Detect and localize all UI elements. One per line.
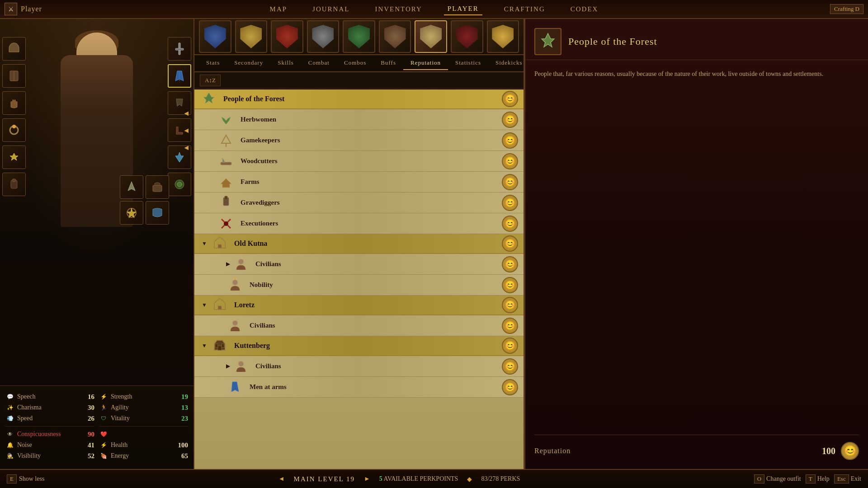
rep-item-farms[interactable]: Farms 😊 bbox=[194, 172, 524, 192]
tab-combos[interactable]: Combos bbox=[337, 56, 373, 70]
old-kutna-collapse[interactable]: ▼ bbox=[200, 239, 209, 248]
combat-shield bbox=[312, 25, 334, 48]
rep-item-old-kutna[interactable]: ▼ Old Kutna 😊 bbox=[194, 234, 524, 254]
equip-slot-gloves[interactable] bbox=[2, 91, 26, 115]
nav-codex[interactable]: CODEX bbox=[567, 4, 602, 15]
rep-item-nobility[interactable]: Nobility 😊 bbox=[194, 275, 524, 296]
rep-item-people-forest[interactable]: People of the Forest 😊 bbox=[194, 89, 524, 109]
tab-icon-reputation[interactable] bbox=[415, 20, 447, 53]
nav-player[interactable]: PLAYER bbox=[444, 3, 482, 15]
nav-crafting[interactable]: CRAFTING bbox=[500, 4, 549, 15]
health-icon: ❤️ bbox=[99, 430, 108, 439]
detail-rep-value: 100 bbox=[822, 446, 835, 456]
nav-map[interactable]: MAP bbox=[266, 4, 291, 15]
tab-skills[interactable]: Skills bbox=[270, 56, 301, 70]
level-arrow-left[interactable]: ◄ bbox=[278, 475, 285, 483]
equip-slots-left bbox=[2, 37, 26, 196]
rep-item-men-at-arms[interactable]: Men at arms 😊 bbox=[194, 377, 524, 398]
reputation-list[interactable]: People of the Forest 😊 Herbwomen 😊 Gamek… bbox=[194, 89, 524, 469]
rep-item-gamekeepers[interactable]: Gamekeepers 😊 bbox=[194, 130, 524, 151]
level-arrow-right[interactable]: ► bbox=[364, 475, 370, 483]
equip-slot-grid-4[interactable] bbox=[146, 201, 169, 225]
bottom-left-actions: E Show less bbox=[7, 474, 44, 483]
tab-icon-stats[interactable] bbox=[199, 20, 231, 53]
nav-inventory[interactable]: INVENTORY bbox=[371, 4, 425, 15]
statistics-shield bbox=[456, 25, 478, 48]
stats-right-col: ⚡ Strength 19 🏃 Agility 13 🛡 Vitality 23… bbox=[99, 391, 188, 461]
equip-slot-grid-2[interactable] bbox=[146, 175, 169, 199]
tab-icon-combos[interactable] bbox=[343, 20, 375, 53]
tab-icon-buffs[interactable] bbox=[379, 20, 411, 53]
stat-agility: 🏃 Agility 13 bbox=[99, 402, 188, 413]
equip-slot-weapon-main[interactable] bbox=[168, 37, 191, 61]
tab-secondary[interactable]: Secondary bbox=[227, 56, 270, 70]
civilians-kutt-icon bbox=[232, 357, 250, 375]
loretz-collapse[interactable]: ▼ bbox=[200, 300, 209, 310]
rep-item-civilians-kutt[interactable]: ▶ Civilians 😊 bbox=[194, 356, 524, 377]
rep-item-kuttenberg[interactable]: ▼ Kuttenberg 😊 bbox=[194, 336, 524, 356]
vitality-label: Vitality bbox=[111, 415, 175, 422]
civilians-loretz-name: Civilians bbox=[250, 322, 502, 329]
rep-item-gravediggers[interactable]: Gravediggers 😊 bbox=[194, 192, 524, 213]
tab-icon-skills[interactable] bbox=[271, 20, 303, 53]
old-kutna-name: Old Kutna bbox=[234, 239, 502, 248]
tab-icon-secondary[interactable] bbox=[235, 20, 268, 53]
equip-slot-body[interactable] bbox=[2, 64, 26, 88]
sort-button[interactable]: A↕Z bbox=[200, 75, 221, 86]
nav-journal[interactable]: JOURNAL bbox=[309, 4, 353, 15]
strength-value: 19 bbox=[175, 393, 188, 401]
rep-item-woodcutters[interactable]: Woodcutters 😊 bbox=[194, 151, 524, 172]
stat-nourishment: 🍖 Energy 65 bbox=[99, 450, 188, 461]
change-outfit-action[interactable]: O Change outfit bbox=[754, 474, 801, 483]
equip-slot-misc1[interactable] bbox=[2, 173, 26, 196]
tab-stats[interactable]: Stats bbox=[199, 56, 227, 70]
equip-slot-grid-3[interactable] bbox=[120, 201, 143, 225]
tab-buffs[interactable]: Buffs bbox=[373, 56, 403, 70]
exit-action[interactable]: Esc Exit bbox=[834, 474, 861, 483]
text-tabs-row: Stats Secondary Skills Combat Combos Buf… bbox=[194, 55, 524, 72]
charisma-icon: ✨ bbox=[5, 403, 14, 412]
equip-slot-misc2[interactable] bbox=[168, 173, 191, 196]
people-forest-icon bbox=[200, 90, 218, 108]
tab-sidekicks[interactable]: Sidekicks bbox=[488, 56, 530, 70]
equip-slot-amulet[interactable] bbox=[2, 145, 26, 169]
equip-slot-helmet[interactable] bbox=[2, 37, 26, 61]
nav-arrow-mid1[interactable]: ◄ bbox=[183, 127, 190, 135]
nav-arrow-up[interactable]: ◄ bbox=[183, 109, 190, 117]
equip-slot-grid-1[interactable] bbox=[120, 175, 143, 199]
nav-arrow-mid2[interactable]: ◄ bbox=[183, 144, 190, 152]
civilians-kutt-rep: 😊 bbox=[502, 358, 518, 375]
tab-icon-statistics[interactable] bbox=[451, 20, 483, 53]
rep-item-civilians-ok[interactable]: ▶ Civilians 😊 bbox=[194, 254, 524, 275]
svg-rect-21 bbox=[218, 306, 222, 310]
tab-icon-sidekicks[interactable] bbox=[487, 20, 519, 53]
loretz-rep: 😊 bbox=[502, 297, 518, 313]
tab-reputation[interactable]: Reputation bbox=[403, 56, 448, 70]
gamekeepers-icon bbox=[217, 131, 235, 150]
gravediggers-rep: 😊 bbox=[502, 195, 518, 211]
svg-rect-23 bbox=[215, 344, 218, 347]
strength-label: Strength bbox=[111, 393, 175, 400]
speech-icon: 💬 bbox=[5, 392, 14, 401]
men-at-arms-name: Men at arms bbox=[250, 383, 502, 391]
stats-shield bbox=[204, 25, 226, 48]
tab-combat[interactable]: Combat bbox=[301, 56, 337, 70]
help-action[interactable]: T Help bbox=[806, 474, 830, 483]
show-less-label[interactable]: Show less bbox=[19, 475, 44, 483]
civilians-ok-expand[interactable]: ▶ bbox=[226, 261, 230, 267]
app-icon: ⚔ bbox=[5, 3, 17, 15]
tab-icon-combat[interactable] bbox=[307, 20, 340, 53]
rep-item-herbwomen[interactable]: Herbwomen 😊 bbox=[194, 109, 524, 130]
rep-item-civilians-loretz[interactable]: Civilians 😊 bbox=[194, 315, 524, 336]
stats-grid: 💬 Speech 16 ✨ Charisma 30 💨 Speed 26 👁 bbox=[5, 391, 188, 461]
vitality-icon: 🛡 bbox=[99, 414, 108, 423]
kuttenberg-collapse[interactable]: ▼ bbox=[200, 341, 209, 350]
rep-item-loretz[interactable]: ▼ Loretz 😊 bbox=[194, 296, 524, 315]
civilians-kutt-expand[interactable]: ▶ bbox=[226, 363, 230, 370]
equip-slot-ring1[interactable] bbox=[2, 118, 26, 142]
tab-statistics[interactable]: Statistics bbox=[448, 56, 488, 70]
equip-slot-weapon-off[interactable] bbox=[168, 64, 191, 88]
bottom-center: ◄ MAIN LEVEL 19 ► 5 AVAILABLE PERKPOINTS… bbox=[44, 475, 754, 483]
rep-item-executioners[interactable]: Executioners 😊 bbox=[194, 213, 524, 234]
conspicuousness-icon: 👁 bbox=[5, 430, 14, 439]
